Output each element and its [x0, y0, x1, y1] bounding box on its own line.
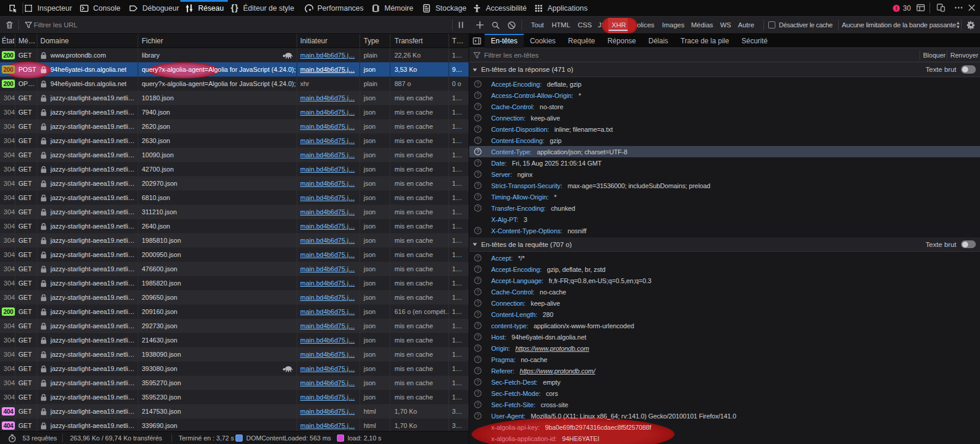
svg-text:?: ?: [476, 401, 479, 407]
svg-text:?: ?: [476, 413, 479, 418]
svg-text:?: ?: [476, 367, 479, 373]
svg-text:?: ?: [476, 345, 479, 351]
svg-text:?: ?: [476, 277, 479, 283]
svg-text:?: ?: [476, 160, 479, 166]
svg-text:?: ?: [476, 334, 479, 340]
svg-text:?: ?: [476, 126, 479, 132]
svg-text:?: ?: [476, 115, 479, 120]
svg-text:?: ?: [476, 390, 479, 396]
svg-text:?: ?: [476, 205, 479, 211]
svg-text:?: ?: [476, 311, 479, 317]
svg-text:?: ?: [476, 171, 479, 177]
svg-text:?: ?: [476, 103, 479, 109]
svg-text:?: ?: [476, 266, 479, 272]
svg-text:?: ?: [476, 81, 479, 87]
svg-text:?: ?: [476, 227, 479, 233]
svg-text:?: ?: [476, 288, 479, 294]
svg-text:?: ?: [476, 300, 479, 306]
svg-text:?: ?: [476, 356, 479, 362]
svg-text:?: ?: [476, 379, 479, 385]
svg-text:?: ?: [476, 137, 479, 143]
svg-text:?: ?: [476, 194, 479, 199]
svg-text:?: ?: [476, 182, 479, 188]
svg-text:?: ?: [476, 255, 479, 261]
svg-text:?: ?: [476, 92, 479, 98]
svg-text:?: ?: [476, 322, 479, 328]
svg-text:?: ?: [476, 148, 479, 154]
